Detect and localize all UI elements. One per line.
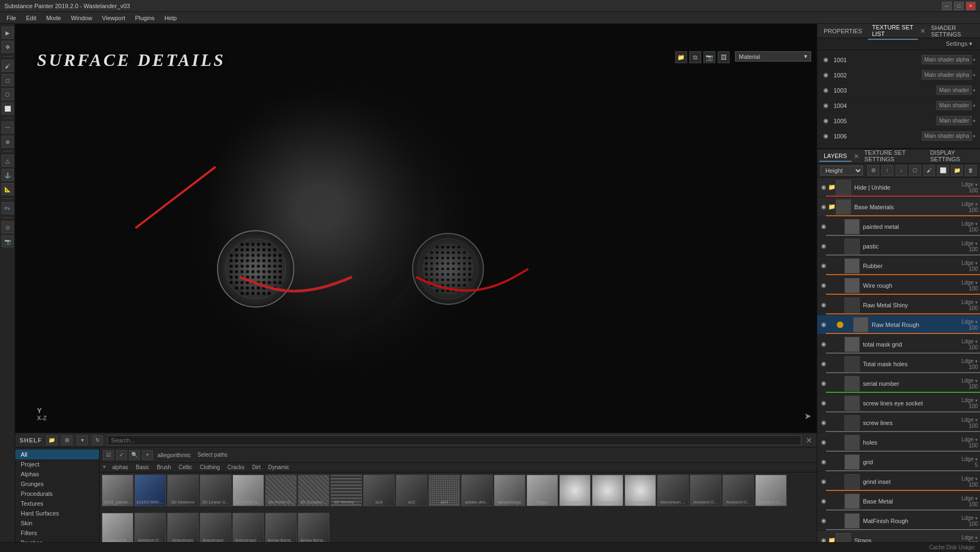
menu-mode[interactable]: Mode bbox=[42, 14, 66, 22]
layer-add-paint[interactable]: 🖌 bbox=[923, 165, 935, 176]
tab-shader-settings[interactable]: SHADER SETTINGS bbox=[927, 23, 978, 39]
menu-edit[interactable]: Edit bbox=[22, 14, 41, 22]
texture-set-row[interactable]: ◉ 1005 Main shader ▾ bbox=[819, 113, 978, 129]
shelf-search-input[interactable] bbox=[107, 435, 801, 445]
shelf-thumbnail[interactable]: Ambient O... bbox=[755, 475, 787, 506]
shelf-subcat-alphas[interactable]: alphas bbox=[109, 464, 131, 471]
shelf-thumbnail[interactable]: Aluminium ... bbox=[559, 475, 591, 506]
shelf-thumbnail[interactable]: Algea bbox=[526, 475, 558, 506]
layer-row[interactable]: ◉ Raw Metal Rough Ldge ▾ 100 bbox=[817, 315, 980, 335]
layer-eye-icon[interactable]: ◉ bbox=[819, 262, 828, 270]
layer-eye-icon[interactable]: ◉ bbox=[819, 281, 828, 290]
layer-eye-icon[interactable]: ◉ bbox=[819, 301, 828, 310]
tool-projection[interactable]: ⬡ bbox=[2, 88, 14, 100]
tool-geometry[interactable]: △ bbox=[2, 155, 14, 167]
ts-shader[interactable]: Main shader alpha bbox=[922, 131, 972, 141]
vp-layers-icon[interactable]: ⧉ bbox=[689, 51, 701, 63]
shelf-thumbnail[interactable]: adobe-dim... bbox=[461, 475, 493, 506]
shelf-thumbnail[interactable]: Ambient O... bbox=[690, 475, 721, 506]
tool-measure[interactable]: 📐 bbox=[2, 183, 14, 195]
texture-set-row[interactable]: ◉ 1001 Main shader alpha ▾ bbox=[819, 52, 978, 68]
tool-paint[interactable]: 🖌 bbox=[2, 60, 14, 72]
menu-window[interactable]: Window bbox=[66, 14, 96, 22]
tool-camera[interactable]: 📷 bbox=[2, 235, 14, 247]
tool-smudge[interactable]: 〰 bbox=[2, 122, 14, 134]
shelf-subcat-clothing[interactable]: Clothing bbox=[197, 464, 223, 471]
shelf-thumbnail[interactable]: Arrow Bend... bbox=[298, 513, 329, 544]
layer-delete[interactable]: 🗑 bbox=[965, 165, 977, 176]
shelf-thumbnail[interactable]: a24 bbox=[428, 475, 460, 506]
shelf-thumbnail[interactable]: Anisotropic ... bbox=[232, 513, 264, 544]
menu-viewport[interactable]: Viewport bbox=[97, 14, 130, 22]
layer-eye-icon[interactable]: ◉ bbox=[819, 320, 828, 329]
layer-row[interactable]: ◉ Total mask holes Ldge ▾ 100 bbox=[817, 354, 980, 374]
layer-eye-icon[interactable]: ◉ bbox=[819, 222, 828, 231]
shelf-thumbnail[interactable]: Ambient O... bbox=[722, 475, 754, 506]
shelf-thumbnail[interactable]: a22 bbox=[396, 475, 427, 506]
close-button[interactable]: ✕ bbox=[966, 2, 976, 10]
vp-screenshot-icon[interactable]: 🖼 bbox=[718, 51, 730, 63]
shelf-thumbnail[interactable]: Ambient O... bbox=[134, 513, 166, 544]
maximize-button[interactable]: □ bbox=[954, 2, 964, 10]
layer-row[interactable]: ◉ grid Ldge ▾ 5 bbox=[817, 452, 980, 472]
texture-set-row[interactable]: ◉ 1002 Main shader alpha ▾ bbox=[819, 68, 978, 83]
ts-shader[interactable]: Main shader alpha bbox=[922, 55, 972, 64]
layer-eye-icon[interactable]: ◉ bbox=[819, 477, 828, 486]
shelf-subcat-cracks[interactable]: Cracks bbox=[224, 464, 248, 471]
shelf-subcat-dynamic[interactable]: Dynamic bbox=[265, 464, 292, 471]
layer-row[interactable]: ◉ MatFinish Rough Ldge ▾ 100 bbox=[817, 511, 980, 531]
ts-eye-icon[interactable]: ◉ bbox=[822, 71, 830, 80]
menu-file[interactable]: File bbox=[2, 14, 21, 22]
layer-eye-icon[interactable]: ◉ bbox=[819, 203, 828, 211]
shelf-refresh-icon[interactable]: ↻ bbox=[92, 435, 103, 445]
layer-add-fill[interactable]: ⬜ bbox=[937, 165, 949, 176]
shelf-cat-project[interactable]: Project bbox=[15, 459, 99, 469]
layer-row[interactable]: ◉ serial number Ldge ▾ 100 bbox=[817, 374, 980, 393]
texture-set-row[interactable]: ◉ 1003 Main shader ▾ bbox=[819, 83, 978, 98]
ts-shader[interactable]: Main shader bbox=[936, 86, 972, 95]
layer-tool-2[interactable]: ↑ bbox=[881, 165, 893, 176]
shelf-check-icon[interactable]: ☑ bbox=[103, 450, 114, 460]
shelf-thumbnail[interactable]: 1015S7895-t... bbox=[134, 475, 166, 506]
layer-tool-3[interactable]: ↓ bbox=[896, 165, 908, 176]
layer-row[interactable]: ◉ Base Metal Ldge ▾ 100 bbox=[817, 492, 980, 511]
vp-camera-icon[interactable]: 📷 bbox=[703, 51, 715, 63]
shelf-grid-icon[interactable]: ⊞ bbox=[62, 435, 72, 445]
tool-anchor[interactable]: ⚓ bbox=[2, 169, 14, 181]
shelf-cat-grunges[interactable]: Grunges bbox=[15, 479, 99, 489]
minimize-button[interactable]: ─ bbox=[942, 2, 952, 10]
shelf-thumbnail[interactable]: alexav3logic bbox=[494, 475, 525, 506]
tool-clone[interactable]: ⊕ bbox=[2, 136, 14, 148]
layer-row[interactable]: ◉ Rubber Ldge ▾ 100 bbox=[817, 256, 980, 276]
shelf-thumbnail[interactable]: 1002_painte... bbox=[102, 475, 133, 506]
shelf-add-icon[interactable]: + bbox=[142, 450, 153, 460]
layer-eye-icon[interactable]: ◉ bbox=[819, 379, 828, 388]
layer-row[interactable]: ◉ screw lines Ldge ▾ 100 bbox=[817, 413, 980, 433]
texture-set-list-close[interactable]: ✕ bbox=[920, 27, 926, 35]
height-channel-select[interactable]: Height bbox=[820, 166, 863, 175]
menu-plugins[interactable]: Plugins bbox=[131, 14, 159, 22]
tab-texture-set-settings[interactable]: TEXTURE SET SETTINGS bbox=[860, 149, 925, 165]
shelf-thumbnail[interactable]: Arrow Band... bbox=[265, 513, 297, 544]
tool-eraser[interactable]: ◻ bbox=[2, 74, 14, 86]
ts-eye-icon[interactable]: ◉ bbox=[822, 56, 830, 64]
shelf-cat-procedurals[interactable]: Procedurals bbox=[15, 489, 99, 499]
layer-tool-4[interactable]: ⬡ bbox=[909, 165, 921, 176]
shelf-thumbnail[interactable]: Ambient O... bbox=[102, 513, 133, 544]
layer-row[interactable]: ◉ 📁 Base Materials Ldge ▾ 100 bbox=[817, 197, 980, 217]
settings-button[interactable]: Settings ▾ bbox=[941, 39, 977, 48]
tab-display-settings[interactable]: DISPLAY SETTINGS bbox=[926, 149, 978, 165]
shelf-cat-textures[interactable]: Textures bbox=[15, 499, 99, 508]
shelf-subcat-dirt[interactable]: Dirt bbox=[249, 464, 264, 471]
layer-eye-icon[interactable]: ◉ bbox=[819, 438, 828, 447]
layer-eye-icon[interactable]: ◉ bbox=[819, 517, 828, 525]
layer-eye-icon[interactable]: ◉ bbox=[819, 458, 828, 466]
shelf-thumbnail[interactable]: 3D Perlin N... bbox=[232, 475, 264, 506]
menu-help[interactable]: Help bbox=[160, 14, 181, 22]
layer-row[interactable]: ◉ painted metal Ldge ▾ 100 bbox=[817, 217, 980, 236]
tab-texture-set-list[interactable]: TEXTURE SET LIST bbox=[868, 22, 918, 40]
shelf-thumbnail[interactable]: Aluminium ... bbox=[657, 475, 689, 506]
tool-select[interactable]: ▶ bbox=[2, 27, 14, 39]
layer-row[interactable]: ◉ pastic Ldge ▾ 100 bbox=[817, 236, 980, 256]
shelf-cat-skin[interactable]: Skin bbox=[15, 518, 99, 528]
